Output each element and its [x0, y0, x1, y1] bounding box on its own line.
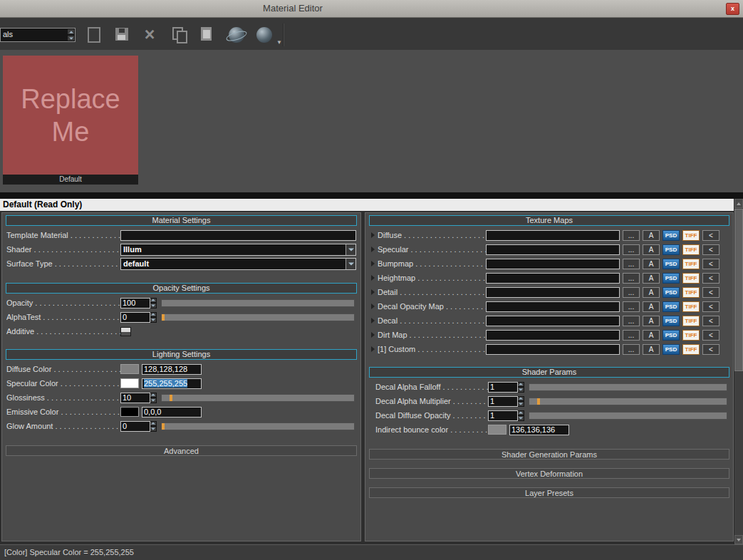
- browse-button[interactable]: ...: [623, 316, 640, 326]
- texture-path-input[interactable]: [486, 273, 620, 284]
- tiff-icon[interactable]: TIFF: [682, 316, 700, 326]
- emissive-color-input[interactable]: 0,0,0: [142, 407, 202, 418]
- psd-icon[interactable]: PSD: [663, 273, 680, 284]
- tiff-icon[interactable]: TIFF: [682, 287, 700, 298]
- tiff-icon[interactable]: TIFF: [682, 330, 700, 341]
- close-button[interactable]: x: [726, 3, 739, 15]
- psd-icon[interactable]: PSD: [663, 344, 680, 355]
- auto-button[interactable]: A: [643, 259, 660, 269]
- spin-down-icon[interactable]: [518, 401, 524, 407]
- tiff-icon[interactable]: TIFF: [682, 230, 700, 241]
- scroll-up-icon[interactable]: [734, 199, 743, 208]
- chevron-down-icon[interactable]: [345, 259, 355, 269]
- emissive-color-swatch[interactable]: [120, 407, 139, 417]
- browse-button[interactable]: ...: [623, 273, 640, 284]
- toolbar-overflow-icon[interactable]: ▼: [276, 39, 282, 46]
- texture-path-input[interactable]: [486, 301, 620, 312]
- browse-button[interactable]: ...: [623, 344, 640, 355]
- shader-dropdown[interactable]: Illum: [120, 244, 356, 256]
- texture-path-input[interactable]: [486, 330, 620, 341]
- expander-icon[interactable]: [371, 304, 375, 309]
- glossiness-slider[interactable]: [161, 394, 355, 402]
- spin-down-icon[interactable]: [518, 415, 524, 421]
- expander-icon[interactable]: [371, 232, 375, 238]
- opacity-spinner[interactable]: [150, 298, 157, 308]
- spin-up-icon[interactable]: [150, 298, 157, 304]
- spin-up-icon[interactable]: [150, 421, 157, 427]
- glossiness-spinner[interactable]: [150, 393, 157, 403]
- glow-amount-input[interactable]: 0: [120, 421, 150, 432]
- back-button[interactable]: <: [702, 330, 719, 341]
- psd-icon[interactable]: PSD: [663, 316, 680, 326]
- expander-icon[interactable]: [371, 247, 375, 252]
- indirect-bounce-color-swatch[interactable]: [488, 425, 506, 435]
- tiff-icon[interactable]: TIFF: [682, 273, 700, 284]
- glossiness-input[interactable]: 10: [120, 393, 150, 403]
- expander-icon[interactable]: [371, 346, 375, 352]
- auto-button[interactable]: A: [643, 330, 660, 341]
- auto-button[interactable]: A: [643, 273, 660, 284]
- decal-diffuse-opacity-spinner[interactable]: [518, 410, 524, 421]
- back-button[interactable]: <: [702, 230, 719, 241]
- texture-path-input[interactable]: [486, 230, 620, 241]
- browse-button[interactable]: ...: [623, 230, 640, 241]
- glow-amount-spinner[interactable]: [150, 421, 157, 432]
- spin-up-icon[interactable]: [518, 410, 524, 416]
- paste-material-icon[interactable]: [198, 25, 218, 45]
- psd-icon[interactable]: PSD: [663, 244, 680, 255]
- back-button[interactable]: <: [702, 259, 719, 269]
- slider-handle[interactable]: [162, 423, 165, 430]
- psd-icon[interactable]: PSD: [663, 259, 680, 269]
- copy-material-icon[interactable]: [170, 25, 190, 45]
- browse-button[interactable]: ...: [623, 287, 640, 298]
- decal-diffuse-opacity-input[interactable]: 1: [488, 410, 518, 421]
- auto-button[interactable]: A: [643, 301, 660, 312]
- auto-button[interactable]: A: [643, 344, 660, 355]
- diffuse-color-swatch[interactable]: [120, 364, 139, 374]
- spin-down-icon[interactable]: [67, 35, 75, 41]
- back-button[interactable]: <: [702, 301, 719, 312]
- texture-path-input[interactable]: [486, 287, 620, 298]
- template-material-input[interactable]: [120, 230, 356, 241]
- spin-down-icon[interactable]: [518, 387, 524, 393]
- slider-handle[interactable]: [170, 395, 172, 401]
- psd-icon[interactable]: PSD: [663, 287, 680, 298]
- spin-up-icon[interactable]: [150, 312, 157, 318]
- spin-up-icon[interactable]: [518, 382, 524, 388]
- alphatest-spinner[interactable]: [150, 312, 157, 323]
- browse-button[interactable]: ...: [623, 259, 640, 269]
- spin-up-icon[interactable]: [518, 396, 524, 402]
- texture-path-input[interactable]: [486, 244, 620, 255]
- texture-path-input[interactable]: [486, 344, 620, 355]
- expander-icon[interactable]: [371, 275, 375, 281]
- scroll-down-icon[interactable]: [734, 535, 743, 544]
- spin-up-icon[interactable]: [67, 28, 75, 35]
- psd-icon[interactable]: PSD: [663, 301, 680, 312]
- tiff-icon[interactable]: TIFF: [682, 259, 700, 269]
- browse-button[interactable]: ...: [623, 301, 640, 312]
- save-material-icon[interactable]: [112, 25, 132, 45]
- alphatest-slider[interactable]: [161, 313, 355, 321]
- material-selector-spinner[interactable]: [67, 28, 75, 41]
- decal-alpha-falloff-spinner[interactable]: [518, 382, 524, 393]
- scrollbar-thumb[interactable]: [734, 209, 743, 371]
- decal-alpha-multiplier-spinner[interactable]: [518, 396, 524, 407]
- back-button[interactable]: <: [702, 287, 719, 298]
- tiff-icon[interactable]: TIFF: [682, 244, 700, 255]
- tiff-icon[interactable]: TIFF: [682, 344, 700, 355]
- expander-icon[interactable]: [371, 289, 375, 295]
- expander-icon[interactable]: [371, 332, 375, 338]
- back-button[interactable]: <: [702, 344, 719, 355]
- back-button[interactable]: <: [702, 244, 719, 255]
- vertex-deformation-button[interactable]: Vertex Deformation: [369, 468, 729, 479]
- auto-button[interactable]: A: [643, 316, 660, 326]
- delete-material-icon[interactable]: ×: [140, 25, 160, 45]
- alphatest-input[interactable]: 0: [120, 312, 150, 323]
- psd-icon[interactable]: PSD: [663, 230, 680, 241]
- auto-button[interactable]: A: [643, 230, 660, 241]
- texture-path-input[interactable]: [486, 316, 620, 326]
- decal-alpha-multiplier-slider[interactable]: [529, 398, 727, 405]
- opacity-slider[interactable]: [161, 299, 355, 307]
- decal-alpha-falloff-input[interactable]: 1: [488, 382, 518, 393]
- specular-color-swatch[interactable]: [120, 378, 139, 388]
